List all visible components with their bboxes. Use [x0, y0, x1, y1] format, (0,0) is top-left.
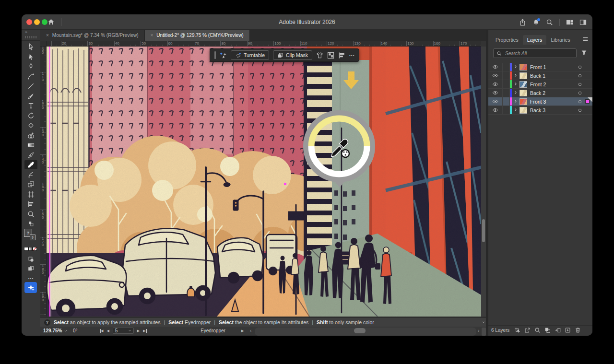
color-swatch[interactable]	[24, 247, 28, 251]
ai-assistant-button[interactable]	[24, 282, 37, 293]
eyedropper-tool[interactable]	[24, 160, 37, 169]
layer-thumbnail[interactable]	[520, 81, 527, 88]
lock-column[interactable]	[503, 97, 510, 106]
clip-mask-button[interactable]: Clip Mask	[273, 50, 312, 60]
locate-object-icon[interactable]	[514, 327, 520, 333]
layer-row[interactable]: Back 2	[488, 89, 592, 97]
layer-name[interactable]: Back 2	[530, 90, 575, 96]
drag-handle[interactable]	[214, 51, 216, 59]
v-ruler[interactable]: 1 0 01 1 01 2 01 3 01 4 01 5 01 6 01 7 0…	[40, 47, 47, 317]
expand-chevron-icon[interactable]	[514, 106, 518, 114]
visibility-toggle[interactable]	[488, 71, 503, 80]
gradient-tool[interactable]	[24, 141, 37, 150]
lock-column[interactable]	[503, 106, 510, 114]
close-tab-icon[interactable]: ×	[46, 33, 49, 38]
line-segment-tool[interactable]	[24, 82, 37, 91]
knife-tool[interactable]	[24, 151, 37, 160]
close-tab-icon[interactable]: ×	[151, 33, 154, 38]
h-ruler[interactable]: 2030405060708090100110120130140150160170	[47, 41, 481, 47]
layer-row[interactable]: Front 1	[488, 63, 592, 71]
tab-libraries[interactable]: Libraries	[546, 35, 574, 45]
eraser-tool[interactable]	[24, 121, 37, 130]
screen-mode-icon[interactable]	[24, 264, 37, 273]
expand-chevron-icon[interactable]	[514, 63, 518, 71]
share-icon[interactable]	[519, 19, 526, 26]
layer-thumbnail[interactable]	[520, 64, 527, 70]
none-swatch[interactable]	[33, 247, 37, 251]
toolbar-expand-chevron[interactable]: »	[25, 30, 27, 35]
export-icon[interactable]	[524, 327, 531, 333]
collage-icon[interactable]	[327, 52, 334, 59]
visibility-toggle[interactable]	[488, 89, 503, 97]
paintbrush-tool[interactable]	[24, 92, 37, 101]
tab-layers[interactable]: Layers	[523, 35, 547, 45]
document-tab-active[interactable]: × Untitled-2* @ 129.75 % (CMYK/Preview)	[145, 30, 250, 41]
align-tool[interactable]	[24, 200, 37, 209]
layer-thumbnail[interactable]	[520, 72, 527, 79]
search-input[interactable]	[504, 50, 567, 57]
help-icon[interactable]: ?	[44, 319, 50, 326]
target-circle[interactable]	[575, 99, 585, 104]
ruler-corner[interactable]	[40, 41, 47, 47]
layer-name[interactable]: Front 2	[530, 82, 575, 87]
panel-toggle-icon[interactable]	[579, 19, 587, 26]
pen-tool[interactable]	[24, 62, 37, 71]
lock-column[interactable]	[503, 63, 510, 71]
scroll-right-button[interactable]: ›	[478, 327, 479, 335]
lock-column[interactable]	[503, 80, 510, 88]
direct-selection-tool[interactable]	[24, 52, 37, 61]
status-advance-button[interactable]: ▶	[241, 327, 244, 335]
target-circle[interactable]	[575, 73, 585, 78]
expand-chevron-icon[interactable]	[514, 89, 518, 97]
layer-thumbnail[interactable]	[520, 90, 527, 96]
toolbar-grip[interactable]	[25, 36, 37, 38]
target-circle[interactable]	[575, 108, 585, 113]
canvas[interactable]	[47, 47, 481, 317]
previous-artboard-button[interactable]: ◀	[106, 329, 109, 333]
symbols-tool[interactable]	[24, 180, 37, 189]
new-layer-icon[interactable]	[565, 327, 571, 333]
tab-properties[interactable]: Properties	[491, 35, 523, 45]
curvature-tool[interactable]	[24, 72, 37, 81]
panel-menu-icon[interactable]	[582, 36, 589, 42]
more-options-icon[interactable]: •••	[349, 53, 354, 58]
artboard-tool[interactable]	[24, 190, 37, 199]
search-icon[interactable]	[546, 19, 553, 26]
workspace-switcher-icon[interactable]	[566, 19, 573, 26]
move-to-layer-icon[interactable]	[555, 327, 561, 333]
layer-row[interactable]: Back 1	[488, 71, 592, 80]
mockup-tshirt-icon[interactable]	[316, 52, 323, 59]
rotate-tool[interactable]	[24, 111, 37, 120]
draw-mode-icon[interactable]	[24, 255, 37, 264]
layer-name[interactable]: Back 3	[530, 107, 575, 113]
layer-name[interactable]: Back 1	[530, 73, 575, 79]
zoom-level-select[interactable]: 129.75%	[43, 327, 68, 335]
zoom-tool[interactable]	[24, 210, 37, 219]
gradient-swatch[interactable]	[28, 247, 33, 251]
layer-row[interactable]: Front 2	[488, 80, 592, 89]
align-left-icon[interactable]	[338, 52, 345, 59]
visibility-toggle[interactable]	[488, 80, 503, 88]
layer-name[interactable]: Front 1	[530, 64, 575, 70]
lock-column[interactable]	[503, 89, 510, 97]
visibility-toggle[interactable]	[488, 106, 503, 114]
notifications-bell-icon[interactable]	[532, 19, 540, 26]
lock-column[interactable]	[503, 71, 510, 80]
target-circle[interactable]	[575, 65, 585, 70]
expand-chevron-icon[interactable]	[514, 98, 518, 106]
shaper-tool[interactable]	[24, 170, 37, 179]
horizontal-scrollbar[interactable]	[255, 328, 476, 336]
vertical-scrollbar[interactable]	[481, 47, 486, 317]
generative-cursor-icon[interactable]	[220, 52, 227, 59]
expand-chevron-icon[interactable]	[514, 72, 518, 80]
visibility-toggle[interactable]	[488, 97, 503, 106]
first-artboard-button[interactable]: ◀	[100, 329, 103, 333]
document-tab[interactable]: × Mountain.svg* @ 7.34 % (RGB/Preview)	[40, 30, 145, 41]
make-mask-icon[interactable]	[544, 327, 551, 333]
shape-builder-tool[interactable]	[24, 131, 37, 140]
layer-thumbnail[interactable]	[520, 107, 527, 114]
selection-tool[interactable]	[24, 42, 37, 51]
next-artboard-button[interactable]: ▶	[137, 329, 140, 333]
filter-funnel-icon[interactable]	[581, 49, 587, 56]
search-layers-icon[interactable]	[534, 327, 541, 333]
